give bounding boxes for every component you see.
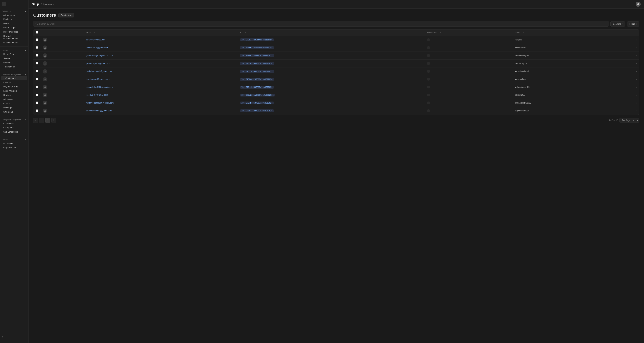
sidebar-item-reward-downloadables[interactable]: Reward Downloadables (1, 34, 27, 40)
globals-section-header[interactable]: Globals ▲ (0, 48, 28, 52)
row-chevron-cell[interactable]: › (613, 99, 639, 107)
category-management-section-header[interactable]: Category Management ▲ (0, 118, 28, 121)
row-id: ID: 672cbf7637807d19b3612821 (238, 99, 425, 107)
sidebar-item-downloadables[interactable]: Downloadables (1, 40, 27, 45)
sidebar-item-invoices[interactable]: Invoices (1, 80, 27, 84)
sidebar-item-organizations[interactable]: Organizations (1, 146, 27, 150)
sidebar-item-donations[interactable]: Donations (1, 142, 27, 146)
main-content: Ssup. / Customers Customers Create New (28, 0, 644, 343)
row-chevron-cell[interactable]: › (613, 36, 639, 44)
sidebar-item-reviews[interactable]: Reviews (1, 93, 27, 97)
sidebar-item-products[interactable]: Products (1, 17, 27, 21)
table-row[interactable]: yanklsbeeagront@yahoo.com ID: 6734914637… (34, 52, 639, 60)
next-page-button[interactable]: › (39, 118, 44, 123)
table-row[interactable]: yannikcxq171@gmail.com ID: 6733455037807… (34, 60, 639, 68)
table-row[interactable]: baratspckard@yahoo.com ID: 6730449237807… (34, 75, 639, 83)
row-avatar-icon (44, 102, 46, 104)
filters-button[interactable]: Filters ▾ (627, 22, 639, 26)
row-chevron-cell[interactable]: › (613, 83, 639, 91)
row-email: lkbkycixt@yahoo.com (84, 36, 238, 44)
row-chevron-cell[interactable]: › (613, 52, 639, 60)
table-row[interactable]: wapcosmumbai@yahoo.com ID: 671ec77d37807… (34, 107, 639, 115)
category-management-section-label: Category Management (2, 119, 21, 121)
create-new-button[interactable]: Create New (58, 13, 74, 18)
page-1-button[interactable]: 1 (45, 118, 50, 123)
row-chevron-cell[interactable]: › (613, 68, 639, 75)
header-provider-id-col[interactable]: Provider Id ▲▼ (425, 30, 512, 36)
user-avatar-button[interactable] (636, 2, 641, 7)
select-all-checkbox[interactable] (36, 31, 38, 34)
prev-page-button[interactable]: ‹ (33, 118, 38, 123)
header-name-col[interactable]: Name ▲▼ (512, 30, 613, 36)
row-checkbox-4[interactable] (36, 70, 38, 72)
header-id-col[interactable]: ID ▲▼ (238, 30, 425, 36)
row-name: paola.bucciarelli (512, 68, 613, 75)
collections-section-header[interactable]: Collections ▲ (0, 9, 28, 13)
search-input-wrap[interactable] (33, 21, 609, 27)
row-avatar-cell (40, 36, 84, 44)
row-chevron-cell[interactable]: › (613, 107, 639, 115)
translations-label: Translations (3, 66, 15, 68)
page-2-button[interactable]: 2 (51, 118, 56, 123)
svg-point-6 (44, 62, 46, 64)
sidebar-item-addresses[interactable]: Addresses (1, 97, 27, 101)
row-checkbox-5[interactable] (36, 78, 38, 80)
sidebar-item-home-page[interactable]: Home Page (1, 52, 27, 56)
row-checkbox-2[interactable] (36, 54, 38, 56)
sidebar-item-orders[interactable]: Orders (1, 102, 27, 106)
table-row[interactable]: kleikey1487@gmail.com ID: 672e235ba37807… (34, 91, 639, 99)
search-input[interactable] (39, 23, 606, 25)
sidebar-item-sub-categories[interactable]: Sub Categories (1, 130, 27, 134)
sidebar-back-button[interactable]: ‹ (2, 2, 6, 6)
sidebar-item-translations[interactable]: Translations (1, 65, 27, 69)
row-chevron-cell[interactable]: › (613, 60, 639, 68)
row-id: ID: 6734914637807d19b3612827 (238, 52, 425, 60)
row-chevron-cell[interactable]: › (613, 91, 639, 99)
row-checkbox-6[interactable] (36, 86, 38, 88)
orders-label: Orders (3, 102, 10, 105)
divider-1 (0, 46, 28, 47)
sidebar-item-admin-users[interactable]: Admin Users (1, 13, 27, 17)
sidebar-item-categories[interactable]: Categories (1, 126, 27, 130)
divider-3 (0, 116, 28, 116)
columns-button[interactable]: Columns ▾ (610, 22, 625, 26)
categories-label: Categories (3, 126, 14, 129)
donate-chevron-icon: ▲ (25, 139, 26, 140)
sidebar-item-payment-cards[interactable]: Payment Cards (1, 85, 27, 89)
table-row[interactable]: paola.bucciarelli@yahoo.com ID: 67313ea6… (34, 68, 639, 75)
row-checkbox-0[interactable] (36, 38, 38, 41)
row-checkbox-9[interactable] (36, 110, 38, 112)
sidebar-item-media[interactable]: Media (1, 22, 27, 26)
row-chevron-cell[interactable]: › (613, 75, 639, 83)
sidebar-item-messages[interactable]: Messages (1, 106, 27, 110)
sidebar-item-system[interactable]: System (1, 56, 27, 60)
provider-id-sort-icon: ▲▼ (438, 32, 441, 34)
sidebar-item-cat-collections[interactable]: Collections (1, 122, 27, 126)
donate-section-header[interactable]: Donate ▲ (0, 138, 28, 141)
row-checkbox-7[interactable] (36, 94, 38, 96)
sidebar-item-customers[interactable]: Customers (1, 76, 27, 80)
logout-button[interactable]: ⎋ (2, 335, 3, 338)
row-chevron-cell[interactable]: › (613, 44, 639, 52)
sidebar-item-footer-pages[interactable]: Footer Pages (1, 26, 27, 30)
sidebar-item-login-attempts[interactable]: Login Attempts (1, 89, 27, 93)
row-checkbox-8[interactable] (36, 102, 38, 104)
page-title: Customers (33, 12, 56, 18)
sidebar-item-shipments[interactable]: Shipments (1, 110, 27, 114)
row-checkbox-3[interactable] (36, 62, 38, 64)
customer-management-section-header[interactable]: Customer Management ▲ (0, 72, 28, 76)
table-row[interactable]: lkbkycixt@yahoo.com ID: 6738118239dff95c… (34, 36, 639, 44)
globals-chevron-icon: ▲ (25, 50, 26, 51)
table-row[interactable]: mcdanielezraa590@gmail.com ID: 672cbf763… (34, 99, 639, 107)
row-checkbox-1[interactable] (36, 46, 38, 49)
sidebar-item-discounts[interactable]: Discounts (1, 60, 27, 64)
table-row[interactable]: pishardinhm1985@gmail.com ID: 672f4bd637… (34, 83, 639, 91)
table-row[interactable]: meychawluk@yahoo.com ID: 6735b82266d4dd9… (34, 44, 639, 52)
row-id: ID: 67313ea637807d19b3612825 (238, 68, 425, 75)
header-email-col[interactable]: Email ▲▼ (84, 30, 238, 36)
row-name: kleikey1487 (512, 91, 613, 99)
per-page-select[interactable]: Per Page: 10 Per Page: 25 Per Page: 50 P… (619, 118, 639, 122)
sidebar-item-discount-codes[interactable]: Discount Codes (1, 30, 27, 34)
divider-4 (0, 136, 28, 136)
page-info: 1-10 of 15 (609, 119, 618, 122)
